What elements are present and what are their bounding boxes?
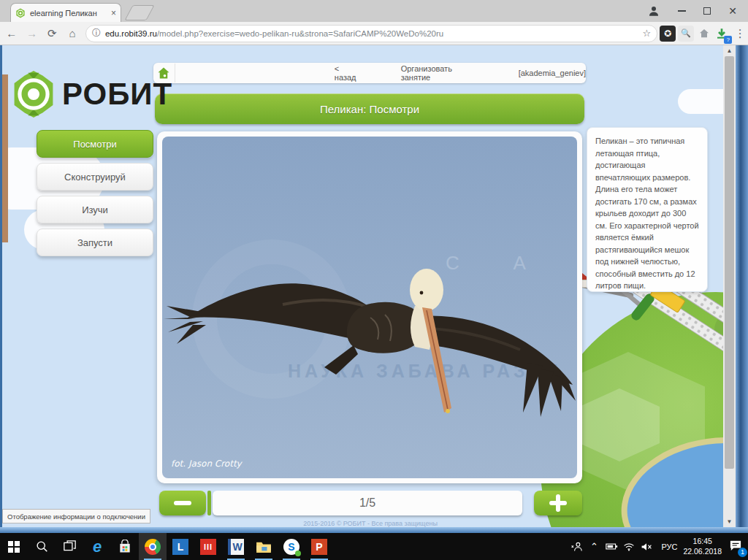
browser-tab[interactable]: elearning Пеликан × (10, 3, 121, 22)
notification-badge: 1 (738, 548, 747, 557)
robit-favicon-icon (15, 8, 26, 18)
reload-icon[interactable]: ⟳ (43, 27, 61, 40)
status-tooltip: Отображение информации о подключении (2, 509, 150, 523)
browser-toolbar: ← → ⟳ ⌂ ⓘ edu.robit39.ru/model.php?exerc… (0, 22, 748, 45)
tree-trunk-decoration (2, 74, 8, 242)
browser-titlebar: elearning Пеликан × ✕ (0, 0, 748, 22)
battery-icon[interactable] (603, 542, 620, 551)
skype-icon[interactable]: S (278, 533, 305, 560)
profile-icon[interactable] (644, 2, 663, 20)
window-frame-left (0, 45, 2, 533)
taskbar: e L III W S P ⌃ (0, 533, 748, 560)
extension-download-icon[interactable]: ? (714, 26, 730, 42)
page-viewport: < назад Организовать занятие [akademia_g… (2, 45, 736, 527)
maximize-button[interactable] (698, 2, 717, 20)
home-icon[interactable]: ⌂ (64, 27, 81, 39)
file-explorer-icon[interactable] (250, 533, 278, 560)
url-text: edu.robit39.ru/model.php?exercise=wedo-p… (105, 29, 638, 38)
photo-card: C A M P НАУКА ЗАБАВА РАЗВЛ (157, 131, 582, 483)
search-icon[interactable] (28, 533, 56, 560)
pelican-photo: C A M P НАУКА ЗАБАВА РАЗВЛ (162, 137, 577, 478)
store-icon[interactable] (111, 533, 139, 560)
tray-chevron-icon[interactable]: ⌃ (585, 541, 603, 552)
system-tray: ⌃ РУС 16:45 22.06.2018 1 (568, 537, 748, 556)
nav-back-link[interactable]: < назад (335, 64, 363, 82)
people-icon[interactable] (568, 542, 585, 552)
robit-logo: РОБИТ (9, 70, 172, 118)
scroll-up-icon[interactable]: ▲ (723, 45, 736, 56)
info-panel: Пеликан – это типичная летающая птица, д… (587, 127, 708, 292)
action-center-icon[interactable]: 1 (729, 540, 742, 554)
wifi-icon[interactable] (620, 542, 638, 551)
new-tab-button[interactable] (124, 5, 154, 20)
close-button[interactable]: ✕ (723, 2, 742, 20)
address-bar[interactable]: ⓘ edu.robit39.ru/model.php?exercise=wedo… (85, 25, 657, 42)
tray-time: 16:45 (693, 537, 712, 545)
window-frame-bottom (0, 527, 748, 533)
tray-date: 22.06.2018 (683, 547, 722, 556)
camp-watermark: C A M P (446, 252, 577, 274)
url-domain: edu.robit39.ru (105, 29, 157, 38)
powerpoint-icon[interactable]: P (305, 533, 333, 560)
lego-app-icon[interactable]: L (167, 533, 194, 560)
pager-bar: 1/5 (213, 491, 522, 515)
word-icon[interactable]: W (222, 533, 250, 560)
page-footer: 2015-2016 © РОБИТ - Все права защищены (157, 520, 584, 527)
skype-status-dot (295, 551, 301, 556)
edge-icon[interactable]: e (83, 533, 111, 560)
page-info-icon[interactable]: ⓘ (92, 27, 101, 39)
chrome-icon[interactable] (139, 533, 167, 560)
extension-star-icon[interactable]: ✪ (660, 26, 676, 42)
minus-icon (174, 501, 191, 505)
start-button[interactable] (0, 533, 28, 560)
nav-organize-link[interactable]: Организовать занятие (401, 64, 484, 82)
pager-separator (207, 491, 211, 515)
sidebar-item-zapusti[interactable]: Запусти (37, 229, 153, 256)
page-title: Пеликан: Посмотри (155, 93, 584, 124)
scrollbar[interactable]: ▲ ▼ (723, 45, 736, 527)
site-topnav: < назад Организовать занятие [akademia_g… (153, 63, 586, 83)
language-indicator[interactable]: РУС (661, 542, 677, 551)
logo-text: РОБИТ (62, 77, 172, 112)
tab-close-icon[interactable]: × (111, 8, 116, 18)
bookmark-star-icon[interactable]: ☆ (643, 28, 652, 39)
pager-minus-button[interactable] (159, 491, 206, 515)
nav-user-label[interactable]: [akademia_geniev] (519, 69, 586, 77)
url-path: /model.php?exercise=wedo-pelikan-ru&stro… (157, 29, 443, 38)
forward-icon: → (23, 27, 41, 39)
robit-logo-icon (9, 70, 58, 118)
tray-clock[interactable]: 16:45 22.06.2018 (683, 537, 722, 556)
window-frame-right (736, 45, 748, 533)
screen: elearning Пеликан × ✕ ← → ⟳ ⌂ ⓘ edu.robi… (0, 0, 748, 560)
tab-title: elearning Пеликан (30, 9, 107, 18)
pager-plus-button[interactable] (534, 491, 582, 515)
download-question-badge: ? (724, 36, 732, 44)
red-bars-app-icon[interactable]: III (194, 533, 222, 560)
task-view-icon[interactable] (56, 533, 83, 560)
volume-muted-icon[interactable] (638, 542, 655, 551)
browser-menu-icon[interactable]: ⋮ (732, 26, 748, 42)
sidebar-item-izuchi[interactable]: Изучи (37, 196, 153, 223)
minimize-button[interactable] (672, 2, 691, 20)
back-icon[interactable]: ← (3, 27, 20, 39)
scroll-down-icon[interactable]: ▼ (723, 516, 736, 527)
extension-home-icon[interactable] (696, 26, 712, 42)
extension-zoom-icon[interactable]: 🔍 (678, 26, 694, 42)
sidebar-item-skonstruiruj[interactable]: Сконструируй (37, 163, 153, 191)
sidebar-item-posmotri[interactable]: Посмотри (37, 130, 153, 158)
scrollbar-thumb[interactable] (725, 56, 734, 469)
photo-credit: fot. Jason Crotty (171, 459, 243, 469)
